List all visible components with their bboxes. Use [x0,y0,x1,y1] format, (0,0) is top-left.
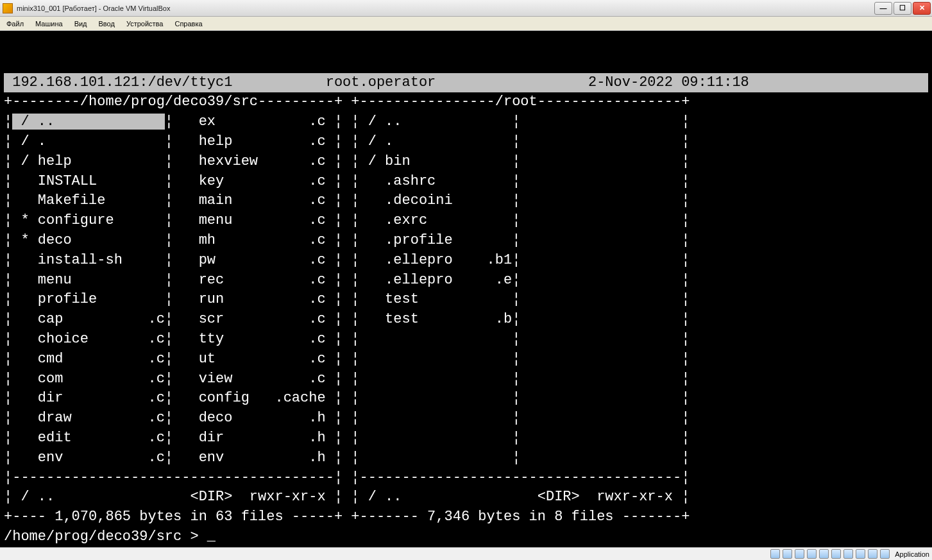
app-icon [3,3,13,13]
file-row-11[interactable]: ¦ choice .c¦ tty .c ¦ ¦ ¦ ¦ [4,330,928,350]
menubar: Файл Машина Вид Ввод Устройства Справка [0,17,932,31]
status-icon-8[interactable] [856,549,865,559]
file-row-15[interactable]: ¦ draw .c¦ deco .h ¦ ¦ ¦ ¦ [4,409,928,428]
file-row-16[interactable]: ¦ edit .c¦ dir .h ¦ ¦ ¦ ¦ [4,428,928,448]
file-row-2[interactable]: ¦ / help ¦ hexview .c ¦ ¦ / bin ¦ ¦ [4,152,928,172]
status-app-label: Application [895,550,929,558]
panel-border-bottom: +---- 1,070,865 bytes in 63 files -----+… [4,507,928,527]
vm-statusbar: Application [0,547,932,560]
prompt-line[interactable]: /home/prog/deco39/src > _ [4,527,928,547]
file-row-7[interactable]: ¦ install-sh ¦ pw .c ¦ ¦ .ellepro .b1¦ ¦ [4,251,928,271]
status-icon-9[interactable] [868,549,877,559]
file-row-9[interactable]: ¦ profile ¦ run .c ¦ ¦ test ¦ ¦ [4,290,928,310]
status-icon-10[interactable] [880,549,890,559]
panel-border-top: +--------/home/prog/deco39/src---------+… [4,92,928,112]
close-button[interactable]: ✕ [913,2,931,15]
file-row-0[interactable]: ¦ / .. ¦ ex .c ¦ ¦ / .. ¦ ¦ [4,112,928,132]
menu-view[interactable]: Вид [71,19,91,29]
menu-devices[interactable]: Устройства [123,19,167,29]
panel-status: ¦ / .. <DIR> rwxr-xr-x ¦ ¦ / .. <DIR> rw… [4,488,928,507]
file-row-13[interactable]: ¦ com .c¦ view .c ¦ ¦ ¦ ¦ [4,369,928,389]
file-row-1[interactable]: ¦ / . ¦ help .c ¦ ¦ / . ¦ ¦ [4,132,928,152]
panel-divider: ¦--------------------------------------¦… [4,468,928,488]
terminal[interactable]: 192.168.101.121:/dev/ttyc1 root.operator… [0,31,932,547]
file-row-12[interactable]: ¦ cmd .c¦ ut .c ¦ ¦ ¦ ¦ [4,350,928,369]
file-row-5[interactable]: ¦ * configure ¦ menu .c ¦ ¦ .exrc ¦ ¦ [4,211,928,231]
maximize-button[interactable]: ☐ [894,2,911,15]
header-line: 192.168.101.121:/dev/ttyc1 root.operator… [4,73,928,93]
file-row-8[interactable]: ¦ menu ¦ rec .c ¦ ¦ .ellepro .e¦ ¦ [4,271,928,291]
file-row-6[interactable]: ¦ * deco ¦ mh .c ¦ ¦ .profile ¦ ¦ [4,231,928,251]
status-icon-3[interactable] [795,549,804,559]
file-row-3[interactable]: ¦ INSTALL ¦ key .c ¦ ¦ .ashrc ¦ ¦ [4,172,928,192]
menu-file[interactable]: Файл [3,19,28,29]
minimize-button[interactable]: — [874,2,892,15]
status-icon-2[interactable] [783,549,792,559]
file-row-14[interactable]: ¦ dir .c¦ config .cache ¦ ¦ ¦ ¦ [4,389,928,409]
file-row-17[interactable]: ¦ env .c¦ env .h ¦ ¦ ¦ ¦ [4,448,928,468]
status-icon-5[interactable] [819,549,829,559]
menu-help[interactable]: Справка [171,19,206,29]
status-icon-4[interactable] [807,549,817,559]
file-row-10[interactable]: ¦ cap .c¦ scr .c ¦ ¦ test .b¦ ¦ [4,310,928,330]
menu-machine[interactable]: Машина [31,19,67,29]
file-row-4[interactable]: ¦ Makefile ¦ main .c ¦ ¦ .decoini ¦ ¦ [4,191,928,211]
window-titlebar: minix310_001 [Работает] - Oracle VM Virt… [0,0,932,17]
status-icon-1[interactable] [770,549,780,559]
status-icon-7[interactable] [843,549,853,559]
menu-input[interactable]: Ввод [95,19,119,29]
status-icon-6[interactable] [831,549,841,559]
window-title: minix310_001 [Работает] - Oracle VM Virt… [17,4,874,12]
